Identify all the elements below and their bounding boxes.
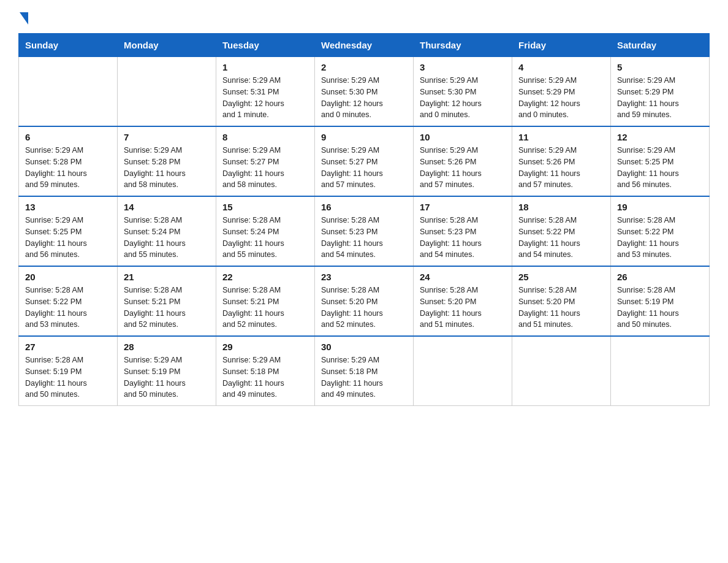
calendar-cell (414, 336, 512, 406)
day-info: Sunrise: 5:29 AMSunset: 5:29 PMDaylight:… (518, 75, 604, 121)
calendar-cell (19, 57, 118, 127)
weekday-header-monday: Monday (118, 34, 216, 57)
day-number: 20 (25, 272, 111, 282)
day-number: 28 (124, 342, 210, 352)
calendar-week-4: 20Sunrise: 5:28 AMSunset: 5:22 PMDayligh… (19, 266, 710, 336)
calendar-cell: 26Sunrise: 5:28 AMSunset: 5:19 PMDayligh… (611, 266, 710, 336)
calendar-cell: 28Sunrise: 5:29 AMSunset: 5:19 PMDayligh… (118, 336, 216, 406)
calendar-cell (512, 336, 611, 406)
day-number: 10 (420, 132, 506, 142)
day-info: Sunrise: 5:28 AMSunset: 5:19 PMDaylight:… (25, 354, 111, 400)
calendar-cell: 19Sunrise: 5:28 AMSunset: 5:22 PMDayligh… (611, 196, 710, 266)
day-number: 23 (321, 272, 407, 282)
day-number: 21 (124, 272, 210, 282)
calendar-cell: 12Sunrise: 5:29 AMSunset: 5:25 PMDayligh… (611, 126, 710, 196)
day-number: 22 (222, 272, 308, 282)
day-info: Sunrise: 5:29 AMSunset: 5:27 PMDaylight:… (321, 145, 407, 191)
day-info: Sunrise: 5:28 AMSunset: 5:23 PMDaylight:… (420, 215, 506, 261)
day-info: Sunrise: 5:29 AMSunset: 5:25 PMDaylight:… (25, 215, 111, 261)
calendar-cell: 21Sunrise: 5:28 AMSunset: 5:21 PMDayligh… (118, 266, 216, 336)
day-info: Sunrise: 5:29 AMSunset: 5:18 PMDaylight:… (321, 354, 407, 400)
day-info: Sunrise: 5:28 AMSunset: 5:22 PMDaylight:… (518, 215, 604, 261)
day-info: Sunrise: 5:29 AMSunset: 5:25 PMDaylight:… (617, 145, 703, 191)
calendar-cell: 3Sunrise: 5:29 AMSunset: 5:30 PMDaylight… (414, 57, 512, 127)
day-info: Sunrise: 5:28 AMSunset: 5:22 PMDaylight:… (25, 285, 111, 331)
day-info: Sunrise: 5:28 AMSunset: 5:21 PMDaylight:… (222, 285, 308, 331)
calendar-cell: 7Sunrise: 5:29 AMSunset: 5:28 PMDaylight… (118, 126, 216, 196)
day-info: Sunrise: 5:28 AMSunset: 5:21 PMDaylight:… (124, 285, 210, 331)
calendar-cell: 2Sunrise: 5:29 AMSunset: 5:30 PMDaylight… (315, 57, 414, 127)
day-number: 26 (617, 272, 703, 282)
logo (18, 12, 28, 21)
day-number: 11 (518, 132, 604, 142)
day-number: 12 (617, 132, 703, 142)
calendar-table: SundayMondayTuesdayWednesdayThursdayFrid… (18, 33, 710, 406)
day-number: 24 (420, 272, 506, 282)
day-info: Sunrise: 5:29 AMSunset: 5:18 PMDaylight:… (222, 354, 308, 400)
day-info: Sunrise: 5:29 AMSunset: 5:19 PMDaylight:… (124, 354, 210, 400)
day-number: 17 (420, 202, 506, 212)
calendar-cell: 24Sunrise: 5:28 AMSunset: 5:20 PMDayligh… (414, 266, 512, 336)
calendar-cell: 13Sunrise: 5:29 AMSunset: 5:25 PMDayligh… (19, 196, 118, 266)
calendar-week-1: 1Sunrise: 5:29 AMSunset: 5:31 PMDaylight… (19, 57, 710, 127)
day-info: Sunrise: 5:28 AMSunset: 5:22 PMDaylight:… (617, 215, 703, 261)
calendar-cell: 15Sunrise: 5:28 AMSunset: 5:24 PMDayligh… (216, 196, 315, 266)
calendar-cell: 9Sunrise: 5:29 AMSunset: 5:27 PMDaylight… (315, 126, 414, 196)
calendar-week-5: 27Sunrise: 5:28 AMSunset: 5:19 PMDayligh… (19, 336, 710, 406)
day-number: 4 (518, 62, 604, 72)
calendar-cell: 14Sunrise: 5:28 AMSunset: 5:24 PMDayligh… (118, 196, 216, 266)
day-number: 1 (222, 62, 308, 72)
weekday-header-sunday: Sunday (19, 34, 118, 57)
calendar-cell: 27Sunrise: 5:28 AMSunset: 5:19 PMDayligh… (19, 336, 118, 406)
day-number: 30 (321, 342, 407, 352)
calendar-cell: 11Sunrise: 5:29 AMSunset: 5:26 PMDayligh… (512, 126, 611, 196)
weekday-header-thursday: Thursday (414, 34, 512, 57)
calendar-cell (611, 336, 710, 406)
day-number: 27 (25, 342, 111, 352)
day-number: 18 (518, 202, 604, 212)
calendar-cell: 17Sunrise: 5:28 AMSunset: 5:23 PMDayligh… (414, 196, 512, 266)
day-number: 14 (124, 202, 210, 212)
day-number: 19 (617, 202, 703, 212)
day-number: 16 (321, 202, 407, 212)
day-info: Sunrise: 5:29 AMSunset: 5:26 PMDaylight:… (518, 145, 604, 191)
day-info: Sunrise: 5:29 AMSunset: 5:26 PMDaylight:… (420, 145, 506, 191)
day-info: Sunrise: 5:29 AMSunset: 5:28 PMDaylight:… (124, 145, 210, 191)
day-info: Sunrise: 5:28 AMSunset: 5:20 PMDaylight:… (518, 285, 604, 331)
day-number: 7 (124, 132, 210, 142)
weekday-header-row: SundayMondayTuesdayWednesdayThursdayFrid… (19, 34, 710, 57)
day-info: Sunrise: 5:29 AMSunset: 5:28 PMDaylight:… (25, 145, 111, 191)
day-number: 25 (518, 272, 604, 282)
calendar-cell: 23Sunrise: 5:28 AMSunset: 5:20 PMDayligh… (315, 266, 414, 336)
day-info: Sunrise: 5:28 AMSunset: 5:23 PMDaylight:… (321, 215, 407, 261)
calendar-cell: 6Sunrise: 5:29 AMSunset: 5:28 PMDaylight… (19, 126, 118, 196)
day-info: Sunrise: 5:28 AMSunset: 5:20 PMDaylight:… (321, 285, 407, 331)
calendar-cell: 22Sunrise: 5:28 AMSunset: 5:21 PMDayligh… (216, 266, 315, 336)
day-number: 13 (25, 202, 111, 212)
calendar-cell: 8Sunrise: 5:29 AMSunset: 5:27 PMDaylight… (216, 126, 315, 196)
day-number: 5 (617, 62, 703, 72)
calendar-week-2: 6Sunrise: 5:29 AMSunset: 5:28 PMDaylight… (19, 126, 710, 196)
day-info: Sunrise: 5:28 AMSunset: 5:19 PMDaylight:… (617, 285, 703, 331)
calendar-cell: 25Sunrise: 5:28 AMSunset: 5:20 PMDayligh… (512, 266, 611, 336)
calendar-cell: 16Sunrise: 5:28 AMSunset: 5:23 PMDayligh… (315, 196, 414, 266)
weekday-header-saturday: Saturday (611, 34, 710, 57)
day-number: 29 (222, 342, 308, 352)
weekday-header-tuesday: Tuesday (216, 34, 315, 57)
weekday-header-friday: Friday (512, 34, 611, 57)
weekday-header-wednesday: Wednesday (315, 34, 414, 57)
calendar-cell: 18Sunrise: 5:28 AMSunset: 5:22 PMDayligh… (512, 196, 611, 266)
day-number: 15 (222, 202, 308, 212)
day-number: 2 (321, 62, 407, 72)
day-info: Sunrise: 5:28 AMSunset: 5:24 PMDaylight:… (222, 215, 308, 261)
logo-arrow-icon (20, 12, 28, 25)
day-info: Sunrise: 5:29 AMSunset: 5:31 PMDaylight:… (222, 75, 308, 121)
day-info: Sunrise: 5:28 AMSunset: 5:24 PMDaylight:… (124, 215, 210, 261)
day-info: Sunrise: 5:29 AMSunset: 5:29 PMDaylight:… (617, 75, 703, 121)
calendar-cell (118, 57, 216, 127)
day-number: 9 (321, 132, 407, 142)
day-number: 3 (420, 62, 506, 72)
day-info: Sunrise: 5:29 AMSunset: 5:27 PMDaylight:… (222, 145, 308, 191)
calendar-cell: 5Sunrise: 5:29 AMSunset: 5:29 PMDaylight… (611, 57, 710, 127)
calendar-cell: 29Sunrise: 5:29 AMSunset: 5:18 PMDayligh… (216, 336, 315, 406)
